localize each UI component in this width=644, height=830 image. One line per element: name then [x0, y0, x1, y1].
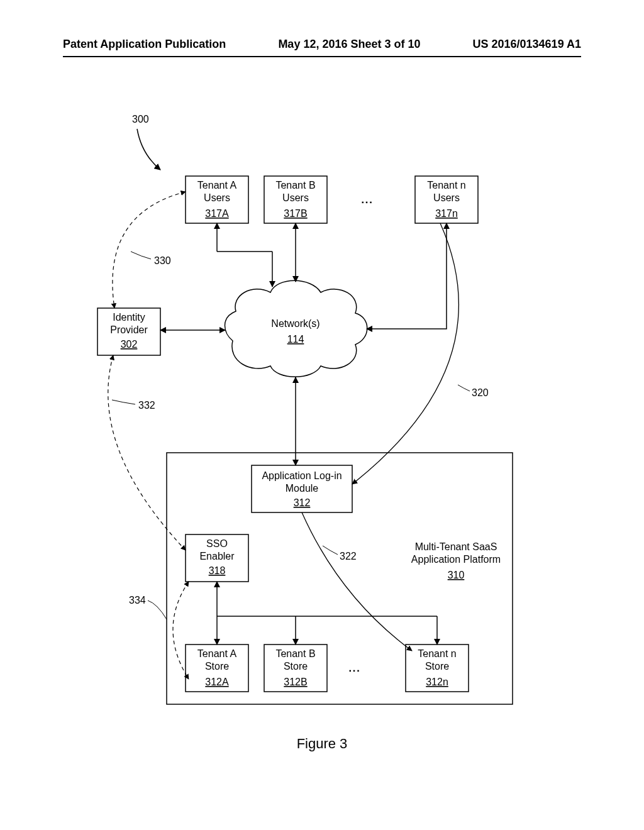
- ref-332: 332: [138, 400, 155, 411]
- login-ref: 312: [294, 497, 311, 508]
- tenant-b-users-box: Tenant B Users 317B: [264, 176, 327, 223]
- network-label: Network(s): [271, 318, 319, 329]
- dashed-334: [173, 582, 189, 679]
- tenant-b-users-ref: 317B: [284, 208, 307, 219]
- figure-caption: Figure 3: [0, 736, 644, 752]
- tenant-a-users-l2: Users: [204, 192, 230, 203]
- diagram-area: 300 Tenant A Users 317A Tenant B Users 3…: [63, 94, 566, 755]
- tenant-a-users-box: Tenant A Users 317A: [186, 176, 248, 223]
- platform-l2: Application Platform: [411, 554, 501, 565]
- network-ref: 114: [287, 334, 304, 345]
- ref-320: 320: [472, 387, 489, 398]
- ellipsis-stores: ▪ ▪ ▪: [349, 667, 360, 674]
- page-header: Patent Application Publication May 12, 2…: [63, 38, 581, 57]
- identity-provider-box: Identity Provider 302: [97, 308, 160, 355]
- platform-l1: Multi-Tenant SaaS: [415, 541, 497, 552]
- store-b-box: Tenant B Store 312B: [264, 645, 327, 692]
- diagram-svg: 300 Tenant A Users 317A Tenant B Users 3…: [63, 94, 566, 755]
- ref-334: 334: [129, 595, 146, 606]
- idp-l1: Identity: [113, 312, 145, 323]
- header-left: Patent Application Publication: [63, 38, 226, 51]
- curve-322: [302, 512, 412, 651]
- storeb-ref: 312B: [284, 677, 307, 687]
- ref-322: 322: [340, 551, 357, 562]
- tenant-n-users-ref: 317n: [435, 208, 458, 219]
- store-a-box: Tenant A Store 312A: [186, 645, 248, 692]
- arrow-300: [137, 129, 160, 170]
- system-ref: 300: [132, 114, 149, 124]
- header-right: US 2016/0134619 A1: [473, 38, 581, 51]
- leader-332: [112, 400, 135, 404]
- leader-320: [458, 385, 470, 391]
- ellipsis-users: ▪ ▪ ▪: [362, 199, 372, 206]
- page: Patent Application Publication May 12, 2…: [0, 0, 644, 830]
- storen-l2: Store: [425, 661, 449, 672]
- leader-334: [148, 600, 167, 619]
- storeb-l2: Store: [284, 661, 308, 672]
- sso-l1: SSO: [206, 538, 228, 549]
- tenant-n-users-l1: Tenant n: [427, 180, 465, 191]
- storea-l1: Tenant A: [197, 648, 237, 659]
- storea-l2: Store: [205, 661, 229, 672]
- network-cloud: Network(s) 114: [225, 280, 367, 377]
- header-center: May 12, 2016 Sheet 3 of 10: [278, 38, 420, 51]
- login-l2: Module: [286, 483, 319, 494]
- tenant-n-users-l2: Users: [433, 192, 460, 203]
- idp-ref: 302: [121, 339, 138, 350]
- tenant-b-users-l1: Tenant B: [275, 180, 315, 191]
- storen-ref: 312n: [426, 677, 448, 687]
- tenant-n-users-box: Tenant n Users 317n: [415, 176, 478, 223]
- conn-tn-cloud: [367, 223, 447, 329]
- login-module-box: Application Log-in Module 312: [252, 465, 352, 512]
- storea-ref: 312A: [205, 677, 229, 687]
- curve-320: [352, 223, 458, 484]
- dashed-330: [113, 192, 186, 308]
- sso-enabler-box: SSO Enabler 318: [186, 534, 248, 582]
- login-l1: Application Log-in: [262, 470, 341, 481]
- tenant-a-users-l1: Tenant A: [197, 180, 237, 191]
- storeb-l1: Tenant B: [275, 648, 315, 659]
- sso-ref: 318: [209, 565, 226, 576]
- leader-330: [131, 252, 151, 259]
- sso-l2: Enabler: [199, 551, 235, 562]
- idp-l2: Provider: [110, 324, 148, 335]
- platform-ref: 310: [448, 570, 465, 580]
- tenant-b-users-l2: Users: [282, 192, 309, 203]
- store-n-box: Tenant n Store 312n: [406, 645, 469, 692]
- tenant-a-users-ref: 317A: [205, 208, 229, 219]
- storen-l1: Tenant n: [418, 648, 456, 659]
- ref-330: 330: [154, 255, 171, 266]
- leader-322: [323, 546, 338, 555]
